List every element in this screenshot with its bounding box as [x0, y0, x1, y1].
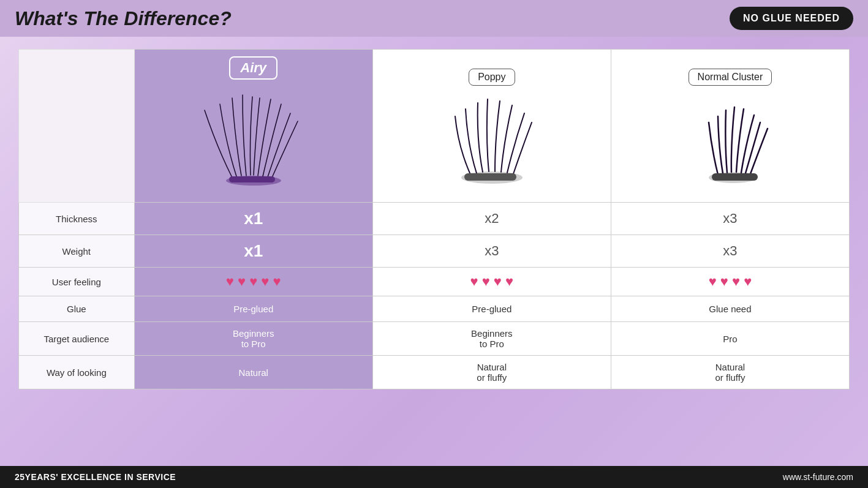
svg-rect-5: [712, 173, 758, 181]
normal-cluster-thickness: x3: [611, 203, 849, 235]
weight-row: Weight x1 x3 x3: [19, 235, 850, 268]
airy-user-feeling: ♥ ♥ ♥ ♥ ♥: [134, 268, 372, 296]
airy-lash-image: [198, 86, 309, 196]
poppy-hearts: ♥ ♥ ♥ ♥: [470, 274, 514, 289]
thickness-label: Thickness: [19, 203, 135, 235]
user-feeling-label: User feeling: [19, 268, 135, 296]
target-audience-row: Target audience Beginnersto Pro Beginner…: [19, 322, 850, 356]
normal-cluster-lash-image: [684, 92, 776, 184]
target-audience-label: Target audience: [19, 322, 135, 356]
airy-thickness: x1: [134, 203, 372, 235]
poppy-header-cell: Poppy: [372, 50, 611, 203]
product-header-row: Airy: [19, 50, 850, 203]
poppy-lash-image: [446, 92, 538, 184]
weight-label: Weight: [19, 235, 135, 268]
svg-rect-1: [229, 176, 275, 182]
svg-rect-3: [464, 173, 516, 181]
way-of-looking-label: Way of looking: [19, 356, 135, 389]
normal-cluster-glue: Glue need: [611, 296, 849, 322]
poppy-user-feeling: ♥ ♥ ♥ ♥: [372, 268, 611, 296]
poppy-thickness-value: x2: [485, 211, 499, 226]
label-cell-header: [19, 50, 135, 203]
poppy-target-audience: Beginnersto Pro: [372, 322, 611, 356]
normal-cluster-header-cell: Normal Cluster: [611, 50, 849, 203]
airy-product-name: Airy: [229, 56, 277, 80]
poppy-product-name: Poppy: [469, 69, 515, 86]
glue-label: Glue: [19, 296, 135, 322]
airy-weight: x1: [134, 235, 372, 268]
airy-glue: Pre-glued: [134, 296, 372, 322]
normal-cluster-target-audience: Pro: [611, 322, 849, 356]
airy-target-audience: Beginnersto Pro: [134, 322, 372, 356]
normal-cluster-weight: x3: [611, 235, 849, 268]
comparison-table: Airy: [18, 49, 850, 389]
airy-header-cell: Airy: [134, 50, 372, 203]
way-of-looking-row: Way of looking Natural Naturalor fluffy …: [19, 356, 850, 389]
no-glue-badge: NO GLUE NEEDED: [730, 7, 853, 30]
normal-cluster-user-feeling: ♥ ♥ ♥ ♥: [611, 268, 849, 296]
normal-cluster-hearts: ♥ ♥ ♥ ♥: [709, 274, 752, 289]
airy-weight-value: x1: [244, 241, 263, 260]
normal-cluster-way-of-looking: Naturalor fluffy: [611, 356, 849, 389]
header: What's The Difference? NO GLUE NEEDED: [0, 0, 868, 37]
footer-website: www.st-future.com: [783, 472, 853, 482]
poppy-glue: Pre-glued: [372, 296, 611, 322]
airy-way-of-looking: Natural: [134, 356, 372, 389]
airy-hearts: ♥ ♥ ♥ ♥ ♥: [226, 274, 281, 289]
poppy-weight-value: x3: [485, 243, 499, 258]
glue-row: Glue Pre-glued Pre-glued Glue need: [19, 296, 850, 322]
footer: 25YEARS' EXCELLENCE IN SERVICE www.st-fu…: [0, 466, 868, 488]
thickness-row: Thickness x1 x2 x3: [19, 203, 850, 235]
footer-left-text: 25YEARS' EXCELLENCE IN SERVICE: [15, 472, 176, 482]
airy-thickness-value: x1: [244, 209, 263, 228]
normal-cluster-thickness-value: x3: [723, 211, 737, 226]
poppy-way-of-looking: Naturalor fluffy: [372, 356, 611, 389]
normal-cluster-product-name: Normal Cluster: [689, 69, 772, 86]
user-feeling-row: User feeling ♥ ♥ ♥ ♥ ♥ ♥ ♥ ♥ ♥ ♥ ♥ ♥ ♥: [19, 268, 850, 296]
page-title: What's The Difference?: [15, 7, 232, 30]
poppy-thickness: x2: [372, 203, 611, 235]
main-content: Airy: [0, 37, 868, 396]
poppy-weight: x3: [372, 235, 611, 268]
normal-cluster-weight-value: x3: [723, 243, 737, 258]
